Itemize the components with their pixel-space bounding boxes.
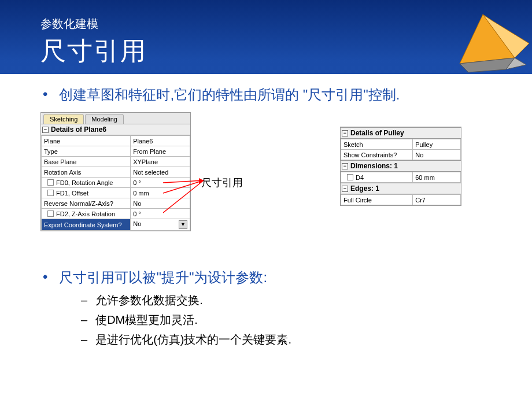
table-row[interactable]: PlanePlane6 [42,136,190,146]
property-value[interactable]: XYPlane [131,157,190,167]
property-label-text: FD2, Z-Axis Rotation [56,210,115,217]
property-value[interactable]: From Plane [131,146,190,157]
panel-header[interactable]: − Details of Plane6 [41,124,190,135]
table-row[interactable]: FD2, Z-Axis Rotation0 ° [42,209,190,219]
section-header-label: Dimensions: 1 [350,162,398,170]
property-table: PlanePlane6TypeFrom PlaneBase PlaneXYPla… [41,135,190,231]
property-label: Show Constraints? [341,150,413,160]
collapse-icon[interactable]: − [42,127,49,133]
property-table: SketchPulleyShow Constraints?No [341,139,461,160]
details-plane6-panel: Sketching Modeling − Details of Plane6 P… [40,112,191,231]
bullet-text: 创建草图和特征时,它们的特性由所谓的 "尺寸引用"控制. [59,84,497,105]
property-label: Reverse Normal/Z-Axis? [42,198,131,209]
bullet-text: 尺寸引用可以被"提升"为设计参数: [59,267,497,288]
sub-bullet-text: 是进行优化(仿真)技术的一个关键要素. [95,331,291,348]
table-row[interactable]: FD0, Rotation Angle0 ° [42,178,190,188]
tab-modeling[interactable]: Modeling [85,114,124,124]
sub-bullet-text: 使DM模型更加灵活. [95,311,198,328]
sub-bullet-item: – 允许参数化数据交换. [81,291,497,309]
panel-header[interactable]: − Details of Pulley [341,127,461,139]
table-row[interactable]: Show Constraints?No [341,150,461,160]
table-row[interactable]: FD1, Offset0 mm [42,188,190,198]
property-table: Full CircleCr7 [341,194,461,205]
property-table: D460 mm [341,172,461,183]
tab-sketching[interactable]: Sketching [43,114,84,124]
table-row[interactable]: Reverse Normal/Z-Axis?No [42,198,190,209]
property-label: Export Coordinate System? [42,219,131,231]
param-checkbox[interactable] [47,210,54,217]
property-label: Sketch [341,139,413,150]
panels-area: Sketching Modeling − Details of Plane6 P… [35,112,497,251]
property-label: Plane [42,136,131,146]
property-value[interactable]: Pulley [413,139,461,150]
param-checkbox[interactable] [47,190,54,196]
sub-bullet-marker: – [81,291,87,309]
property-value[interactable]: Not selected [131,167,190,178]
details-pulley-panel: − Details of Pulley SketchPulleyShow Con… [340,127,461,206]
table-row[interactable]: Base PlaneXYPlane [42,157,190,167]
property-label: Base Plane [42,157,131,167]
property-label-text: D4 [356,174,364,181]
sub-bullet-item: – 是进行优化(仿真)技术的一个关键要素. [81,331,497,348]
panel-header-label: Details of Plane6 [51,125,106,134]
property-value[interactable]: 0 ° [131,209,190,219]
collapse-icon[interactable]: − [342,130,348,136]
bullet-item: • 创建草图和特征时,它们的特性由所谓的 "尺寸引用"控制. [35,84,497,105]
property-value[interactable]: No▼ [131,219,190,231]
property-value[interactable]: Plane6 [131,136,190,146]
property-label: Full Circle [341,195,413,205]
sub-bullet-marker: – [81,331,87,348]
table-row[interactable]: Full CircleCr7 [341,195,461,205]
collapse-icon[interactable]: − [342,163,348,169]
property-label-text: FD1, Offset [56,190,88,197]
section-header-label: Edges: 1 [350,184,379,193]
bullet-item: • 尺寸引用可以被"提升"为设计参数: [35,267,497,288]
property-value[interactable]: 60 mm [413,172,461,183]
property-label: FD1, Offset [42,188,131,198]
property-value[interactable]: 0 ° [131,178,190,188]
table-row[interactable]: Rotation AxisNot selected [42,167,190,178]
bullet-marker: • [43,267,47,287]
property-label: FD0, Rotation Angle [42,178,131,188]
table-row[interactable]: Export Coordinate System?No▼ [42,219,190,231]
table-row[interactable]: TypeFrom Plane [42,146,190,157]
sub-bullet-item: – 使DM模型更加灵活. [81,311,497,328]
collapse-icon[interactable]: − [342,186,348,192]
property-label: D4 [341,172,413,183]
dropdown-icon[interactable]: ▼ [179,220,187,229]
section-header[interactable]: −Edges: 1 [341,183,461,194]
slide-title: 尺寸引用 [40,34,492,68]
table-row[interactable]: D460 mm [341,172,461,183]
slide-content: • 创建草图和特征时,它们的特性由所谓的 "尺寸引用"控制. Sketching… [0,74,532,399]
table-row[interactable]: SketchPulley [341,139,461,150]
param-checkbox[interactable] [47,179,54,186]
panel-header-label: Details of Pulley [350,129,404,137]
param-checkbox[interactable] [347,174,353,180]
property-label: FD2, Z-Axis Rotation [42,209,131,219]
bullet-marker: • [43,84,47,104]
property-label-text: FD0, Rotation Angle [56,179,113,186]
property-label: Type [42,146,131,157]
property-value[interactable]: Cr7 [413,195,461,205]
section-header[interactable]: −Dimensions: 1 [341,160,461,172]
property-value[interactable]: No [413,150,461,160]
property-value[interactable]: No [131,198,190,209]
property-label: Rotation Axis [42,167,131,178]
sub-bullet-marker: – [81,311,87,328]
panel-tabs: Sketching Modeling [41,113,190,124]
logo-icon [451,12,532,75]
slide-subtitle: 参数化建模 [40,16,492,32]
sub-bullet-text: 允许参数化数据交换. [95,291,203,309]
property-value[interactable]: 0 mm [131,188,190,198]
callout-label: 尺寸引用 [201,176,243,190]
